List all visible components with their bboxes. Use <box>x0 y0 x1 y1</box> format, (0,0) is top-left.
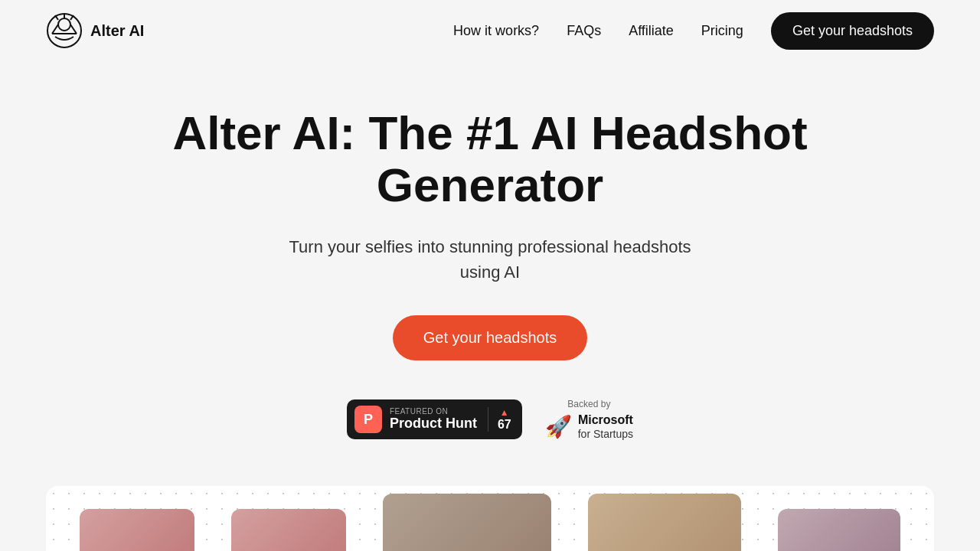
photo-5 <box>778 509 900 551</box>
ms-text: Microsoft for Startups <box>578 412 633 440</box>
nav-affiliate[interactable]: Affiliate <box>629 23 674 39</box>
product-hunt-badge[interactable]: P FEATURED ON Product Hunt ▲ 67 <box>347 399 522 439</box>
ms-rocket-icon: 🚀 <box>545 414 572 439</box>
product-hunt-text: FEATURED ON Product Hunt <box>390 407 477 432</box>
badges-row: P FEATURED ON Product Hunt ▲ 67 Backed b… <box>347 399 633 440</box>
bottom-photos-section <box>46 486 934 551</box>
ms-for-startups-label: for Startups <box>578 428 633 441</box>
alter-ai-logo-icon <box>46 12 83 49</box>
hero-section: Alter AI: The #1 AI Headshot Generator T… <box>0 61 980 471</box>
ph-vote-count: 67 <box>498 418 511 432</box>
hero-subtitle: Turn your selfies into stunning professi… <box>276 234 704 285</box>
nav-links: How it works? FAQs Affiliate Pricing Get… <box>453 12 934 50</box>
microsoft-badge: Backed by 🚀 Microsoft for Startups <box>545 399 633 440</box>
svg-line-2 <box>52 24 58 34</box>
product-hunt-icon: P <box>354 406 382 433</box>
nav-how-it-works[interactable]: How it works? <box>453 23 539 39</box>
ph-name-label: Product Hunt <box>390 416 477 432</box>
photo-4 <box>588 494 741 551</box>
ms-microsoft-label: Microsoft <box>578 412 633 427</box>
logo-area[interactable]: Alter AI <box>46 12 144 49</box>
photo-3 <box>383 494 551 551</box>
ms-backed-by-label: Backed by <box>567 399 610 409</box>
hero-cta-button[interactable]: Get your headshots <box>393 315 588 360</box>
ms-logo-area: 🚀 Microsoft for Startups <box>545 412 633 440</box>
photo-1 <box>80 509 194 551</box>
ph-arrow-icon: ▲ <box>500 407 509 418</box>
ph-featured-on-label: FEATURED ON <box>390 407 448 416</box>
nav-cta-button[interactable]: Get your headshots <box>771 12 934 50</box>
bottom-photos-row <box>46 494 934 551</box>
nav-pricing[interactable]: Pricing <box>701 23 743 39</box>
navbar: Alter AI How it works? FAQs Affiliate Pr… <box>0 0 980 61</box>
brand-name: Alter AI <box>90 22 144 40</box>
ph-votes: ▲ 67 <box>488 407 511 432</box>
svg-line-3 <box>70 24 77 34</box>
nav-faqs[interactable]: FAQs <box>567 23 601 39</box>
photo-2 <box>231 509 346 551</box>
hero-title: Alter AI: The #1 AI Headshot Generator <box>145 107 835 211</box>
svg-point-1 <box>58 18 70 31</box>
